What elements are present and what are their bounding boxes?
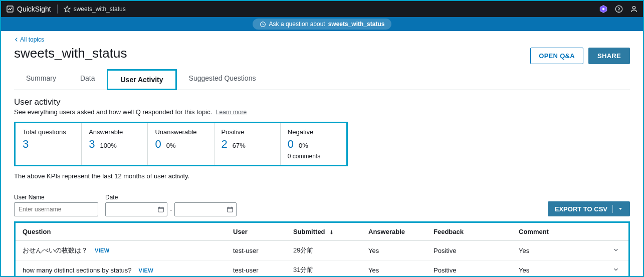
ask-prefix: Ask a question about <box>269 21 325 28</box>
header-submitted[interactable]: Submitted <box>286 223 361 241</box>
chevron-down-icon <box>612 246 619 253</box>
kpi-unanswerable: Unanswerable 0 0% <box>148 123 214 165</box>
kpi-positive-value: 2 <box>222 138 228 151</box>
cell-feedback: Positive <box>426 241 512 260</box>
question-text: おせんべいの枚数は？ <box>23 246 88 254</box>
kpi-positive: Positive 2 67% <box>214 123 281 165</box>
cell-expand[interactable] <box>588 241 628 260</box>
star-icon <box>64 6 71 13</box>
export-csv-label: EXPORT TO CSV <box>555 205 607 213</box>
kpi-answerable-pct: 100% <box>100 142 116 149</box>
kpi-total-label: Total questions <box>23 128 74 136</box>
header-submitted-label: Submitted <box>293 228 325 235</box>
topic-name: sweets_with_status <box>74 6 126 13</box>
ask-pill[interactable]: Ask a question about sweets_with_status <box>253 19 392 30</box>
ask-topic: sweets_with_status <box>328 21 385 28</box>
cell-comment: Yes <box>512 260 588 278</box>
page-title: sweets_with_status <box>14 46 127 61</box>
cell-question: おせんべいの枚数は？VIEW <box>16 241 226 260</box>
product-name: QuickSight <box>17 5 51 13</box>
tabs: Summary Data User Activity Suggested Que… <box>14 69 630 90</box>
learn-more-link[interactable]: Learn more <box>216 109 247 116</box>
header-comment[interactable]: Comment <box>512 223 588 241</box>
cell-comment: Yes <box>512 241 588 260</box>
export-csv-button[interactable]: EXPORT TO CSV <box>548 201 630 216</box>
panel-subtitle: See everything users asked and how well … <box>14 108 630 116</box>
username-input[interactable] <box>14 202 98 216</box>
view-link[interactable]: VIEW <box>95 247 109 253</box>
header-expand <box>588 223 628 241</box>
activity-table: Question User Submitted Answerable Feedb… <box>16 223 628 277</box>
ask-banner: Ask a question about sweets_with_status <box>1 17 643 31</box>
cell-user: test-user <box>226 260 286 278</box>
kpi-row: Total questions 3 Answerable 3 100% Unan… <box>14 122 348 166</box>
kpi-unanswerable-label: Unanswerable <box>155 128 206 136</box>
kpi-negative: Negative 0 0% 0 comments <box>281 123 346 165</box>
date-label: Date <box>105 194 237 201</box>
kpi-answerable-label: Answerable <box>89 128 140 136</box>
kpi-unanswerable-value: 0 <box>155 138 161 151</box>
header-question[interactable]: Question <box>16 223 226 241</box>
caret-down-icon <box>618 206 623 211</box>
svg-rect-9 <box>228 207 233 212</box>
topbar-divider <box>57 5 58 14</box>
calendar-icon <box>157 206 164 213</box>
service-badge-icon[interactable] <box>599 5 608 14</box>
question-text: how many distinct sections by status? <box>23 266 132 274</box>
svg-marker-10 <box>619 208 622 210</box>
topbar: QuickSight sweets_with_status <box>1 1 643 17</box>
cell-question: how many distinct sections by status?VIE… <box>16 260 226 278</box>
activity-table-wrap: Question User Submitted Answerable Feedb… <box>14 221 630 277</box>
calendar-icon <box>227 206 234 213</box>
sort-desc-icon <box>329 229 334 235</box>
user-icon[interactable] <box>630 5 638 13</box>
back-link-label: All topics <box>20 36 44 43</box>
tab-data[interactable]: Data <box>68 69 107 90</box>
cell-answerable: Yes <box>361 260 426 278</box>
back-link[interactable]: All topics <box>14 36 44 43</box>
product-logo[interactable]: QuickSight <box>6 5 51 13</box>
tab-user-activity[interactable]: User Activity <box>107 69 176 90</box>
cell-feedback: Positive <box>426 260 512 278</box>
tab-summary[interactable]: Summary <box>14 69 68 90</box>
topic-breadcrumb[interactable]: sweets_with_status <box>64 6 126 13</box>
cell-expand[interactable] <box>588 260 628 278</box>
kpi-negative-pct: 0% <box>299 142 308 149</box>
header-answerable[interactable]: Answerable <box>361 223 426 241</box>
cell-submitted: 31分前 <box>286 260 361 278</box>
cell-answerable: Yes <box>361 241 426 260</box>
kpi-positive-label: Positive <box>222 128 273 136</box>
svg-rect-8 <box>158 207 164 212</box>
svg-point-5 <box>619 11 619 12</box>
chevron-left-icon <box>14 37 19 42</box>
kpi-negative-value: 0 <box>288 138 294 151</box>
quicksight-logo-icon <box>6 5 14 13</box>
kpi-note: The above KPIs represent the last 12 mon… <box>14 172 630 180</box>
svg-marker-1 <box>64 6 70 12</box>
header-user[interactable]: User <box>226 223 286 241</box>
table-row: おせんべいの枚数は？VIEWtest-user29分前YesPositiveYe… <box>16 241 628 260</box>
kpi-total-value: 3 <box>23 138 29 151</box>
table-row: how many distinct sections by status?VIE… <box>16 260 628 278</box>
cell-user: test-user <box>226 241 286 260</box>
date-separator: - <box>170 206 172 213</box>
kpi-answerable-value: 3 <box>89 138 95 151</box>
kpi-negative-extra: 0 comments <box>288 153 339 160</box>
chevron-down-icon <box>612 266 619 273</box>
kpi-unanswerable-pct: 0% <box>166 142 176 149</box>
svg-point-6 <box>632 7 635 9</box>
panel-title: User activity <box>14 97 630 107</box>
export-divider <box>612 205 613 213</box>
open-qa-button[interactable]: OPEN Q&A <box>530 48 583 64</box>
q-icon <box>260 21 266 28</box>
help-icon[interactable] <box>615 5 623 13</box>
share-button[interactable]: SHARE <box>588 48 630 64</box>
svg-point-3 <box>602 8 605 11</box>
kpi-total: Total questions 3 <box>16 123 82 165</box>
tab-suggested[interactable]: Suggested Questions <box>177 69 268 90</box>
header-feedback[interactable]: Feedback <box>426 223 512 241</box>
panel-subtitle-text: See everything users asked and how well … <box>14 108 212 116</box>
cell-submitted: 29分前 <box>286 241 361 260</box>
username-label: User Name <box>14 194 98 201</box>
view-link[interactable]: VIEW <box>139 267 153 273</box>
